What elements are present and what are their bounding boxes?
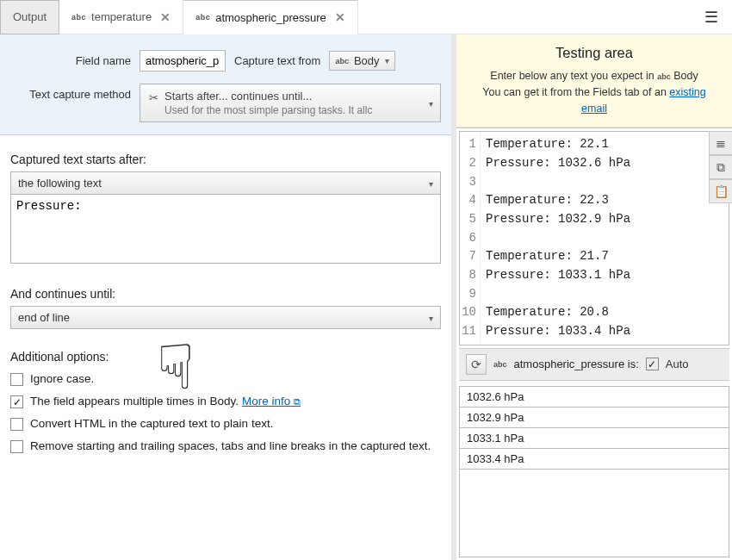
- capture-from-dropdown[interactable]: abc Body ▾: [329, 51, 394, 71]
- ignore-case-label: Ignore case.: [30, 372, 94, 385]
- tab-temperature[interactable]: abc temperature ✕: [59, 0, 183, 34]
- abc-icon: abc: [493, 360, 507, 369]
- abc-icon: abc: [657, 72, 671, 81]
- capture-from-value: Body: [354, 54, 380, 67]
- abc-icon: abc: [71, 13, 86, 22]
- method-title: Starts after... continues until...: [164, 90, 418, 103]
- capture-from-label: Capture text from: [234, 54, 320, 67]
- chevron-down-icon: ▾: [429, 313, 433, 322]
- sample-text-editor[interactable]: 1 2 3 4 5 6 7 8 9 10 11 Temperature: 22.…: [459, 131, 729, 345]
- tab-bar: Output abc temperature ✕ abc atmospheric…: [0, 0, 732, 34]
- chevron-down-icon: ▾: [385, 56, 389, 65]
- scissors-icon: ✂: [149, 91, 158, 104]
- testing-header: Testing area Enter below any text you ex…: [456, 34, 732, 128]
- starts-mode-value: the following text: [18, 177, 102, 190]
- close-icon[interactable]: ✕: [335, 10, 345, 24]
- line-gutter: 1 2 3 4 5 6 7 8 9 10 11: [460, 132, 481, 345]
- list-icon[interactable]: ≣: [709, 131, 732, 155]
- convert-html-label: Convert HTML in the captured text to pla…: [30, 417, 273, 430]
- trim-label: Remove starting and trailing spaces, tab…: [30, 439, 431, 452]
- field-name-label: Field name: [10, 50, 140, 67]
- multi-checkbox[interactable]: [10, 395, 23, 408]
- refresh-button[interactable]: ⟳: [466, 354, 487, 375]
- auto-checkbox[interactable]: [646, 358, 659, 370]
- tab-output[interactable]: Output: [0, 0, 59, 34]
- continues-until-label: And continues until:: [10, 287, 441, 301]
- external-link-icon: ⧉: [294, 396, 301, 407]
- until-mode-dropdown[interactable]: end of line ▾: [10, 306, 441, 329]
- copy-icon[interactable]: ⧉: [709, 155, 732, 179]
- result-cell[interactable]: 1033.1 hPa: [460, 428, 729, 449]
- close-icon[interactable]: ✕: [160, 10, 171, 24]
- starts-after-label: Captured text starts after:: [10, 152, 441, 166]
- trim-checkbox[interactable]: [10, 440, 23, 453]
- convert-html-checkbox[interactable]: [10, 418, 23, 431]
- method-label: Text capture method: [10, 84, 140, 101]
- chevron-down-icon: ▾: [429, 178, 433, 188]
- result-bar: ⟳ abc atmospheric_pressure is: Auto: [459, 348, 729, 381]
- multi-label: The field appears multiple times in Body…: [30, 395, 301, 408]
- options-label: Additional options:: [10, 350, 441, 364]
- auto-label: Auto: [666, 358, 689, 370]
- chevron-down-icon: ▾: [429, 98, 433, 108]
- until-mode-value: end of line: [18, 311, 70, 324]
- testing-title: Testing area: [468, 45, 720, 61]
- paste-icon[interactable]: 📋: [709, 179, 732, 203]
- config-panel: Field name Capture text from abc Body ▾ …: [0, 34, 451, 135]
- result-cell[interactable]: 1032.9 hPa: [460, 408, 729, 428]
- results-list: 1032.6 hPa1032.9 hPa1033.1 hPa1033.4 hPa: [459, 386, 729, 557]
- tab-temperature-label: temperature: [91, 10, 152, 23]
- tab-output-label: Output: [13, 10, 47, 23]
- method-subtitle: Used for the most simple parsing tasks. …: [164, 104, 418, 116]
- ignore-case-checkbox[interactable]: [10, 373, 23, 386]
- tab-pressure-label: atmospheric_pressure: [215, 11, 326, 24]
- tab-atmospheric-pressure[interactable]: abc atmospheric_pressure ✕: [183, 0, 358, 34]
- code-content[interactable]: Temperature: 22.1 Pressure: 1032.6 hPa T…: [481, 132, 729, 345]
- more-info-link[interactable]: More info ⧉: [242, 395, 301, 408]
- menu-icon[interactable]: ☰: [691, 8, 732, 27]
- method-dropdown[interactable]: ✂ Starts after... continues until... Use…: [140, 84, 441, 122]
- starts-text-input[interactable]: Pressure:: [10, 195, 441, 264]
- result-cell[interactable]: 1032.6 hPa: [460, 387, 729, 408]
- starts-mode-dropdown[interactable]: the following text ▾: [10, 171, 441, 195]
- abc-icon: abc: [195, 13, 210, 22]
- field-name-input[interactable]: [140, 50, 226, 72]
- abc-icon: abc: [335, 57, 349, 65]
- result-cell[interactable]: 1033.4 hPa: [460, 449, 729, 470]
